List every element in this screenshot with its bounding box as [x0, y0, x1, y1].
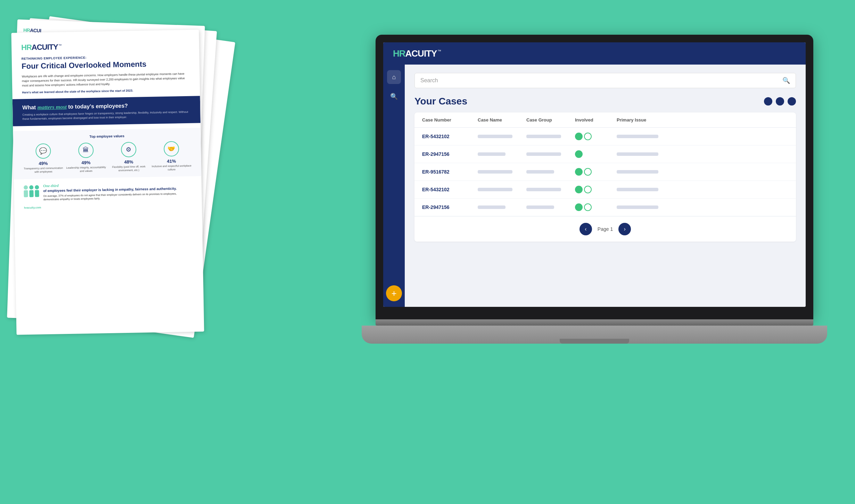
primary-issue-bar-5	[617, 205, 658, 209]
prev-page-btn[interactable]: ‹	[579, 223, 592, 235]
involved-dot-5b	[584, 203, 592, 211]
table-header: Case Number Case Name Case Group Involve…	[414, 112, 796, 128]
next-page-btn[interactable]: ›	[618, 223, 631, 235]
table-row[interactable]: ER-2947156	[414, 199, 796, 216]
table-row[interactable]: ER-5432102	[414, 181, 796, 199]
involved-dot-4b	[584, 186, 592, 193]
sidebar-add-btn[interactable]: +	[386, 285, 402, 301]
sidebar-search-btn[interactable]: 🔍	[387, 90, 401, 103]
case-number-5: ER-2947156	[422, 204, 478, 210]
stat-item-3: 🤝 41% Inclusive and respectful workplace…	[151, 141, 192, 172]
primary-issue-bar-2	[617, 152, 658, 156]
involved-dot-5a	[575, 203, 583, 211]
case-group-bar-5	[526, 205, 554, 209]
home-icon: ⌂	[392, 74, 396, 81]
stat-item-2: ⚙ 48% Flexibility (paid time off, work e…	[108, 142, 149, 173]
laptop-area: HR ACUITY ™ ⌂ 🔍	[376, 35, 845, 451]
col-case-number: Case Number	[422, 117, 478, 123]
documents-area: HRACUI HR HRACUI HR HRACUI HR HR ACUITY …	[7, 21, 243, 437]
case-number-1: ER-5432102	[422, 134, 478, 139]
cases-header: Your Cases	[414, 96, 796, 107]
doc-stats-section: Top employee values 💬 49% Transparency a…	[13, 128, 201, 179]
plus-icon: +	[391, 288, 396, 299]
stat-icon-3: 🤝	[163, 141, 179, 157]
case-group-bar-3	[526, 170, 554, 174]
involved-dot-3b	[584, 168, 592, 176]
cases-dot-3[interactable]	[788, 97, 796, 106]
doc-front: HR ACUITY ™ RETHINKING EMPLOYEE EXPERIEN…	[11, 30, 204, 335]
doc-title: Four Critical Overlooked Moments	[22, 59, 190, 71]
col-case-group: Case Group	[526, 117, 575, 123]
laptop-hinge	[376, 319, 813, 326]
doc-stats-row: 💬 49% Transparency and communication wit…	[23, 141, 191, 174]
stat-percent-3: 41%	[167, 158, 176, 163]
case-name-bar-4	[478, 188, 512, 191]
case-number-2: ER-2947156	[422, 151, 478, 157]
laptop-base	[362, 326, 827, 344]
banner-title-cursive: matters most	[38, 104, 67, 110]
cases-dot-2[interactable]	[776, 97, 784, 106]
primary-issue-bar-3	[617, 170, 658, 174]
app-logo-hr: HR	[393, 48, 405, 59]
cases-table: Case Number Case Name Case Group Involve…	[414, 112, 796, 242]
case-group-bar-4	[526, 188, 561, 191]
case-name-bar-1	[478, 135, 512, 138]
app-logo: HR ACUITY ™	[393, 48, 441, 59]
case-number-4: ER-5432102	[422, 187, 478, 192]
case-name-bar-3	[478, 170, 512, 174]
case-group-bar-2	[526, 152, 561, 156]
cases-dot-1[interactable]	[764, 97, 772, 106]
app-logo-acuity: ACUITY	[405, 48, 437, 59]
doc-banner-title: What matters most to today's employees?	[22, 101, 190, 110]
stat-label-1: Leadership integrity, accountability and…	[66, 166, 106, 174]
doc-person-icons	[24, 185, 39, 197]
case-name-bar-2	[478, 152, 505, 156]
doc-banner-body: Creating a workplace culture that employ…	[22, 110, 190, 121]
involved-dot-3a	[575, 168, 583, 176]
search-submit-icon[interactable]: 🔍	[782, 77, 790, 84]
stat-item-1: 🏛 49% Leadership integrity, accountabili…	[66, 142, 106, 174]
stat-icon-1: 🏛	[78, 142, 93, 158]
search-bar[interactable]: Search 🔍	[414, 73, 796, 88]
doc-logo: HR ACUITY ™	[21, 40, 189, 52]
col-involved: Involved	[575, 117, 617, 123]
stat-label-0: Transparency and communication with empl…	[23, 166, 63, 174]
involved-dot-4a	[575, 186, 583, 193]
cases-action-dots	[764, 97, 796, 106]
laptop-screen: HR ACUITY ™ ⌂ 🔍	[383, 42, 806, 307]
doc-bottom-text: One-third of employees feel their employ…	[43, 181, 192, 201]
app-sidebar: ⌂ 🔍 +	[383, 65, 405, 307]
page-indicator: Page 1	[598, 226, 613, 232]
search-placeholder: Search	[420, 77, 779, 84]
sidebar-home-btn[interactable]: ⌂	[387, 70, 401, 84]
app-body: ⌂ 🔍 + Search 🔍	[383, 65, 806, 307]
table-row[interactable]: ER-5432102	[414, 128, 796, 145]
doc-stats-title: Top employee values	[23, 133, 191, 139]
case-group-bar-1	[526, 135, 561, 138]
involved-dot-2a	[575, 150, 583, 158]
primary-issue-bar-1	[617, 135, 658, 138]
stat-percent-1: 49%	[81, 160, 90, 165]
banner-title-part1: What	[22, 104, 38, 110]
stat-percent-0: 49%	[39, 161, 48, 166]
involved-2	[575, 150, 617, 158]
laptop-base-wrapper	[362, 319, 827, 347]
pagination: ‹ Page 1 ›	[414, 216, 796, 242]
stat-label-2: Flexibility (paid time off, work environ…	[109, 165, 149, 173]
chevron-left-icon: ‹	[585, 226, 586, 232]
laptop-screen-bezel: HR ACUITY ™ ⌂ 🔍	[376, 35, 813, 319]
stat-icon-0: 💬	[35, 143, 51, 159]
banner-title-part2: to today's employees?	[67, 103, 128, 110]
doc-body1: Workplaces are rife with change and empl…	[22, 72, 190, 88]
table-row[interactable]: ER-2947156	[414, 145, 796, 163]
chevron-right-icon: ›	[624, 226, 626, 232]
cases-title: Your Cases	[414, 96, 467, 107]
table-row[interactable]: ER-9516782	[414, 163, 796, 181]
stat-icon-2: ⚙	[121, 142, 136, 157]
stat-percent-2: 48%	[124, 159, 133, 164]
col-primary-issue: Primary Issue	[617, 117, 788, 123]
involved-1	[575, 133, 617, 140]
stat-label-3: Inclusive and respectful workplace cultu…	[151, 164, 191, 172]
doc-logo-trademark: ™	[58, 43, 62, 47]
doc-link-text: Here's what we learned about the state o…	[22, 87, 190, 94]
